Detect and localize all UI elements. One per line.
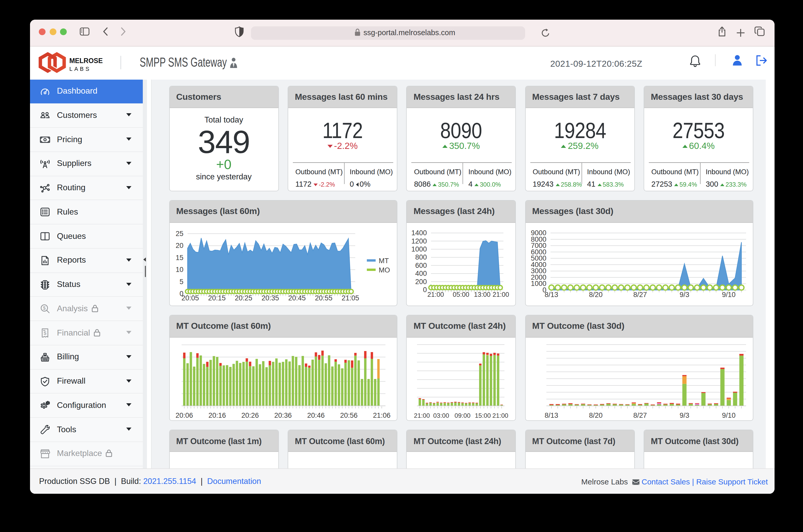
svg-text:$: $ (43, 330, 46, 336)
svg-text:$: $ (43, 306, 45, 311)
